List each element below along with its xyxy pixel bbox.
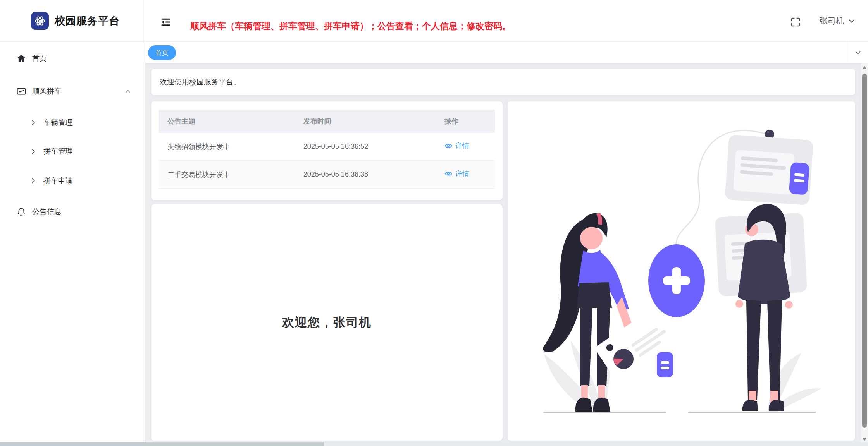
welcome-banner-card: 欢迎使用校园服务平台。 [151, 69, 855, 95]
col-header-subject: 公告主题 [159, 117, 303, 126]
sidebar-item-home[interactable]: 首页 [0, 47, 145, 70]
welcome-user-card: 欢迎您，张司机 [151, 204, 503, 441]
announcement-card: 公告主题 发布时间 操作 失物招领模块开发中 2025-05-05 16:36:… [151, 101, 503, 200]
horizontal-scrollbar-thumb[interactable] [0, 442, 324, 446]
tab-home[interactable]: 首页 [148, 45, 176, 60]
scroll-up-arrow[interactable] [863, 66, 866, 69]
sidebar-item-carpool-mgmt[interactable]: 拼车管理 [0, 140, 145, 163]
vertical-scrollbar-thumb[interactable] [862, 74, 867, 428]
sidebar-item-label: 车辆管理 [43, 118, 73, 128]
announcement-time: 2025-05-05 16:36:38 [303, 170, 444, 178]
postcard-icon [16, 86, 26, 96]
header-notice: 顺风拼车（车辆管理、拼车管理、拼车申请）；公告查看；个人信息；修改密码。 [190, 20, 511, 32]
announcement-table: 公告主题 发布时间 操作 失物招领模块开发中 2025-05-05 16:36:… [159, 110, 495, 189]
table-header-row: 公告主题 发布时间 操作 [159, 110, 495, 133]
sidebar-item-label: 拼车申请 [43, 176, 73, 186]
welcome-user-text: 欢迎您，张司机 [282, 314, 372, 331]
welcome-banner-text: 欢迎使用校园服务平台。 [160, 77, 241, 87]
chevron-down-icon [847, 16, 856, 26]
sidebar-item-vehicle-mgmt[interactable]: 车辆管理 [0, 112, 145, 134]
chevron-down-icon [854, 48, 862, 57]
eye-icon [444, 142, 453, 150]
chevron-right-icon [29, 148, 37, 155]
sidebar: 校园服务平台 首页 顺风拼车 车辆管理 拼车管理 拼车申请 [0, 0, 145, 442]
table-row: 失物招领模块开发中 2025-05-05 16:36:52 详情 [159, 133, 495, 161]
detail-button[interactable]: 详情 [444, 141, 469, 151]
detail-button[interactable]: 详情 [444, 169, 469, 178]
sidebar-item-carpool[interactable]: 顺风拼车 [0, 80, 145, 103]
scroll-down-arrow[interactable] [863, 438, 866, 441]
topbar: 顺风拼车（车辆管理、拼车管理、拼车申请）；公告查看；个人信息；修改密码。 张司机 [145, 0, 868, 42]
app-logo-icon [31, 12, 49, 30]
user-menu[interactable]: 张司机 [820, 15, 856, 26]
detail-button-label: 详情 [455, 141, 469, 151]
sidebar-item-carpool-apply[interactable]: 拼车申请 [0, 170, 145, 192]
announcement-subject: 失物招领模块开发中 [159, 142, 303, 151]
tab-bar: 首页 [145, 42, 868, 63]
fullscreen-button[interactable] [790, 16, 801, 28]
chevron-right-icon [29, 177, 37, 185]
table-row: 二手交易模块开发中 2025-05-05 16:36:38 详情 [159, 161, 495, 189]
collapse-sidebar-button[interactable] [160, 16, 172, 29]
announcement-subject: 二手交易模块开发中 [159, 170, 303, 179]
col-header-time: 发布时间 [303, 117, 444, 126]
chevron-right-icon [29, 119, 37, 127]
tab-options-button[interactable] [847, 42, 868, 63]
fold-icon [160, 16, 172, 28]
bell-icon [16, 207, 26, 217]
illustration-card [508, 101, 855, 441]
eye-icon [444, 170, 453, 178]
sidebar-item-label: 拼车管理 [43, 146, 73, 156]
detail-button-label: 详情 [455, 169, 469, 178]
sidebar-item-label: 首页 [32, 53, 47, 63]
horizontal-scrollbar[interactable] [0, 442, 868, 446]
chevron-up-icon [124, 87, 132, 96]
vertical-scrollbar[interactable] [861, 63, 868, 442]
app-logo: 校园服务平台 [0, 0, 145, 42]
sidebar-item-label: 公告信息 [32, 207, 62, 217]
col-header-action: 操作 [444, 117, 495, 126]
home-icon [16, 53, 26, 63]
app-title: 校园服务平台 [55, 14, 120, 28]
announcement-time: 2025-05-05 16:36:52 [303, 142, 444, 151]
atom-icon [34, 15, 46, 27]
sidebar-item-announcements[interactable]: 公告信息 [0, 201, 145, 223]
username: 张司机 [820, 15, 844, 26]
people-exchange-illustration [538, 115, 825, 421]
fullscreen-icon [790, 16, 801, 28]
sidebar-item-label: 顺风拼车 [32, 86, 62, 96]
